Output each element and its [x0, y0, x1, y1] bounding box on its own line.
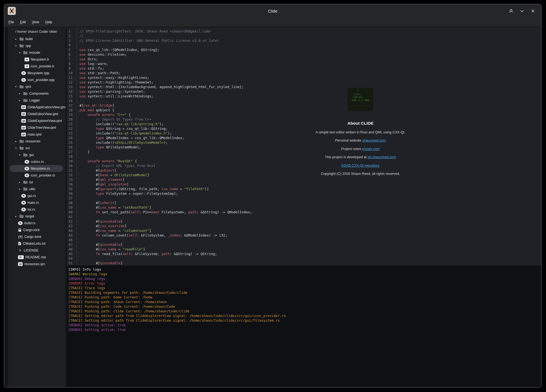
tree-item-qml[interactable]: ▾qml — [8, 83, 65, 90]
rust-file-icon: R — [25, 160, 29, 164]
code-token — [79, 117, 96, 121]
code-line: 36 type FileSystem = super::FileSystemIm… — [67, 191, 541, 196]
tree-item-clideapplicationview-qml[interactable]: QtClideApplicationView.qml — [8, 104, 65, 110]
code-line: 42 #[qinvokable] — [67, 219, 541, 224]
line-number: 33 — [67, 177, 76, 182]
code-token — [79, 145, 96, 149]
tree-item-label: Cargo.lock — [23, 228, 40, 232]
tree-item-build-rs[interactable]: Rbuild.rs — [8, 220, 65, 226]
lock-file-icon — [18, 228, 22, 232]
double-chevron-up-icon — [509, 8, 514, 13]
menu-item-edit[interactable]: Edit — [18, 19, 28, 25]
code-text: #[ — [76, 103, 83, 107]
shade-button[interactable] — [508, 8, 514, 14]
code-token: fn — [96, 210, 102, 214]
tree-item-readme-md[interactable]: M↓README.md — [8, 254, 65, 261]
tree-item-label: icon_provider.h — [31, 64, 54, 68]
folder-icon — [23, 153, 28, 157]
link-knoats-com[interactable]: knoats.com — [362, 147, 380, 151]
code-text: #[ — [76, 173, 100, 177]
code-text — [76, 256, 79, 261]
tree-item-cargo-toml[interactable]: [T]Cargo.toml — [8, 233, 65, 240]
code-text — [76, 136, 96, 140]
code-token — [79, 252, 96, 256]
code-line: 44 #[cxx_name = "columnCount"] — [67, 228, 541, 233]
tree-item-gui-rs[interactable]: Rgui.rs — [8, 192, 65, 199]
code-token: use — [79, 62, 88, 66]
main-area: / home/ shaun/ Code/ clide/ ▸build▾cpp▾i… — [4, 27, 541, 387]
code-line: 2// — [67, 34, 541, 38]
code-token: QString = cxx_qt_lib::QString; — [106, 127, 168, 131]
chevron-down-icon: ▾ — [19, 51, 23, 54]
link-git-shaunreed-com[interactable]: git.shaunreed.com — [368, 155, 396, 159]
code-token: self — [131, 210, 139, 214]
tree-item-icon-provider-cpp[interactable]: Cicon_provider.cpp — [8, 76, 65, 83]
code-text: use — [76, 52, 88, 56]
code-token: // Import Qt Types from C++ — [96, 117, 151, 121]
code-line: 38 #[inherit] — [67, 201, 541, 205]
chevron-right-icon: ▸ — [19, 99, 23, 102]
tree-item-tui-rs[interactable]: Rtui.rs — [8, 206, 65, 213]
tree-item-cpp[interactable]: ▾cpp — [8, 42, 65, 49]
tree-item-include[interactable]: ▾include — [8, 49, 65, 56]
menu-item-file[interactable]: File — [7, 19, 16, 25]
minimize-button[interactable] — [519, 8, 525, 14]
code-token: "cxx-qt-lib/qstring.h" — [114, 122, 160, 126]
code-token: = — [116, 247, 123, 251]
tree-item-icon-provider-h[interactable]: Hicon_provider.h — [8, 63, 65, 70]
code-token: ] — [123, 178, 125, 182]
tree-item-components[interactable]: ▸Components — [8, 90, 65, 97]
menu-item-view[interactable]: View — [30, 19, 41, 25]
close-icon — [530, 8, 535, 13]
tree-item-build[interactable]: ▸build — [8, 35, 65, 42]
tree-item-colors-rs[interactable]: Rcolors.rs — [8, 158, 65, 165]
code-text: // SPDX-License-Identifier: GNU General … — [76, 38, 219, 43]
code-token: use — [79, 89, 88, 94]
close-button[interactable] — [530, 8, 536, 14]
menu-item-help[interactable]: Help — [43, 19, 54, 25]
tree-item-clideexplorerview-qml[interactable]: QtClideExplorerView.qml — [8, 117, 65, 124]
tree-item-tui[interactable]: ▸tui — [8, 179, 65, 185]
link-kdab-cxx-qt-repository[interactable]: KDAB CXX-Qt repository — [341, 164, 380, 167]
tree-item-main-qml[interactable]: Qtmain.qml — [8, 131, 65, 138]
code-line: 47 #[qinvokable] — [67, 242, 541, 247]
code-text: #[ — [76, 182, 100, 186]
line-number: 42 — [67, 219, 76, 224]
tree-item-main-rs[interactable]: Rmain.rs — [8, 199, 65, 206]
tree-item-cmakelists-txt[interactable]: CMakeLists.txt — [8, 240, 65, 247]
tree-item-icon-provider-rs[interactable]: Ricon_provider.rs — [8, 172, 65, 179]
link-shaunreed-com[interactable]: shaunreed.com — [362, 139, 386, 142]
tree-item-logger[interactable]: ▸Logger — [8, 97, 65, 104]
code-text — [76, 43, 79, 47]
tree-item-clideeditorview-qml[interactable]: QtClideEditorView.qml — [8, 110, 65, 117]
tree-item-resources-qrc[interactable]: Qtresources.qrc — [8, 261, 65, 267]
code-token: ] — [121, 219, 123, 223]
tree-item-resources[interactable]: ▸resources — [8, 138, 65, 145]
tree-item-filesystem-rs[interactable]: Rfilesystem.rs — [10, 165, 63, 172]
ascii-art-logo: * |.===. {}o o{} --ooO--(_)--Ooo-- — [349, 90, 372, 102]
code-token — [79, 159, 88, 163]
tree-item-target[interactable]: ▸target — [8, 213, 65, 220]
line-number: 2 — [67, 34, 76, 38]
code-line: 33 #[qml_element] — [67, 177, 541, 182]
tree-item-license[interactable]: ✶LICENSE — [8, 247, 65, 254]
code-token: "cxx-qt-lib/qmodelindex.h" — [114, 131, 168, 135]
tree-item-gui[interactable]: ▾gui — [8, 151, 65, 158]
tree-item-label: build — [25, 37, 33, 41]
folder-icon — [23, 51, 28, 54]
code-line: 41 — [67, 214, 541, 219]
tree-item-label: Cargo.toml — [24, 235, 41, 239]
log-line-debug: [DEBUG] Setting active: true — [67, 323, 541, 327]
line-number: 18 — [67, 108, 76, 112]
tree-item-src[interactable]: ▾src — [8, 145, 65, 151]
code-editor[interactable]: 1// SPDX-FileCopyrightText: 2026, Shaun … — [67, 27, 541, 265]
tree-item-cargo-lock[interactable]: Cargo.lock — [8, 226, 65, 233]
folder-icon — [19, 139, 24, 143]
tree-item-filesystem-h[interactable]: Hfilesystem.h — [8, 56, 65, 63]
tree-item-utils[interactable]: ▸utils — [8, 185, 65, 192]
tree-item-clidetreeview-qml[interactable]: QtClideTreeView.qml — [8, 124, 65, 131]
tree-item-filesystem-cpp[interactable]: Cfilesystem.cpp — [8, 70, 65, 76]
code-line: 4 — [67, 43, 541, 47]
code-line: 12use syntect::highlighting::ThemeSet; — [67, 80, 541, 85]
code-token: cxx_qt_lib::{QModelIndex, QString}; — [88, 48, 159, 52]
